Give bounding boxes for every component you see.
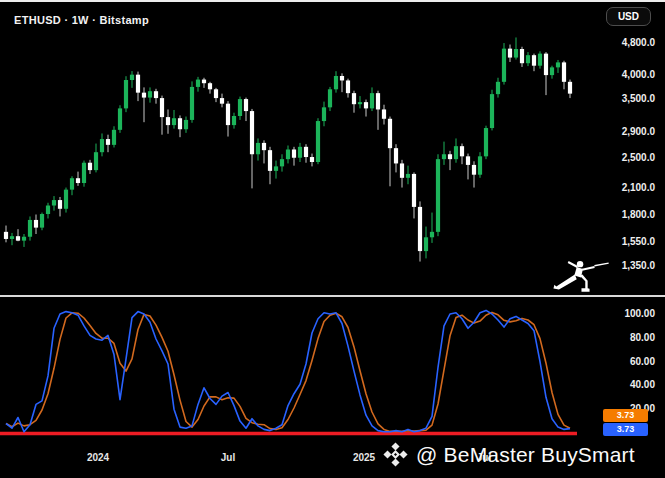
stoch-k-value-badge: 3.73 <box>603 423 648 436</box>
stoch-axis-label: 100.00 <box>595 308 655 320</box>
price-axis-label: 1,550.0 <box>595 236 655 248</box>
watermark: @ BeMaster BuySmart <box>382 441 635 468</box>
price-axis-label: 4,800.0 <box>595 37 655 49</box>
price-axis-label: 2,900.0 <box>595 126 655 138</box>
price-axis-label: 4,000.0 <box>595 69 655 81</box>
price-axis-label: 1,800.0 <box>595 209 655 221</box>
time-axis-label: Jul <box>221 452 235 463</box>
stochastic-pane[interactable] <box>0 297 665 453</box>
price-axis-label: 2,500.0 <box>595 152 655 164</box>
currency-toggle-button[interactable]: USD <box>606 7 651 26</box>
pane-separator[interactable] <box>0 295 665 297</box>
price-axis-label: 3,500.0 <box>595 93 655 105</box>
stoch-axis-label: 80.00 <box>595 332 655 344</box>
watermark-handle: @ BeMaster BuySmart <box>416 443 635 467</box>
stoch-axis-label: 60.00 <box>595 356 655 368</box>
time-axis-label: 2024 <box>87 452 109 463</box>
stoch-d-value-badge: 3.73 <box>603 409 648 422</box>
fencer-icon <box>552 257 610 295</box>
bemaster-diamond-logo-icon <box>382 441 409 468</box>
chart-window: ETHUSD · 1W · Bitstamp USD 4,800.04,000.… <box>0 0 665 478</box>
price-axis-label: 2,100.0 <box>595 182 655 194</box>
symbol-label[interactable]: ETHUSD · 1W · Bitstamp <box>14 14 149 26</box>
price-pane[interactable] <box>0 0 665 296</box>
time-axis-label: 2025 <box>353 452 375 463</box>
stoch-axis-label: 40.00 <box>595 379 655 391</box>
